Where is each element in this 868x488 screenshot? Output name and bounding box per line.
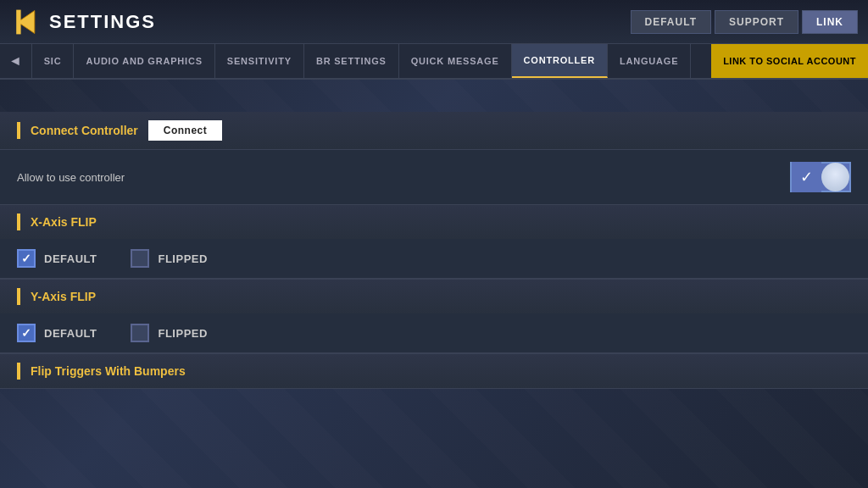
xaxis-default-option[interactable]: DEFAULT: [17, 249, 97, 268]
svg-rect-1: [16, 9, 20, 34]
section-bar: [17, 122, 20, 139]
yaxis-default-option[interactable]: DEFAULT: [17, 324, 97, 342]
yaxis-flip-header: Y-axis FLIP: [0, 280, 868, 313]
yaxis-flipped-checkbox[interactable]: [131, 324, 149, 342]
xaxis-flip-options: DEFAULT FLIPPED: [0, 239, 868, 279]
nav-tab-audio[interactable]: AUDIO AND GRAPHICS: [74, 44, 214, 78]
nav-tab-sic[interactable]: SIC: [32, 44, 75, 78]
content-area: Connect Controller Connect Allow to use …: [0, 112, 868, 389]
nav-tab-back[interactable]: ◄: [0, 44, 32, 78]
header-buttons: DEFAULT SUPPORT LINK: [631, 10, 858, 34]
xaxis-flipped-checkbox[interactable]: [131, 249, 149, 268]
flip-triggers-header: Flip Triggers with Bumpers: [0, 354, 868, 388]
yaxis-flip-title: Y-axis FLIP: [31, 290, 96, 303]
xaxis-default-checkbox[interactable]: [17, 249, 36, 268]
header-left: SETTINGS: [10, 7, 156, 37]
xaxis-flip-header: X-axis FLIP: [0, 205, 868, 239]
yaxis-flip-section: Y-axis FLIP DEFAULT FLIPPED: [0, 280, 868, 354]
section-bar-x: [17, 214, 20, 230]
yaxis-flipped-label: FLIPPED: [158, 327, 207, 340]
xaxis-flipped-option[interactable]: FLIPPED: [131, 249, 207, 268]
link-button[interactable]: LINK: [802, 10, 858, 34]
allow-controller-row: Allow to use controller ✓: [0, 150, 868, 205]
xaxis-flipped-label: FLIPPED: [158, 252, 207, 265]
xaxis-flip-section: X-axis FLIP DEFAULT FLIPPED: [0, 205, 868, 280]
allow-controller-label: Allow to use controller: [17, 171, 790, 184]
section-bar-triggers: [17, 363, 20, 380]
default-button[interactable]: DEFAULT: [631, 10, 711, 34]
nav-tab-br-settings[interactable]: BR SETTINGS: [304, 44, 399, 78]
flip-triggers-title: Flip Triggers with Bumpers: [31, 364, 186, 378]
nav-tab-quick-message[interactable]: QUICK MESSAGE: [399, 44, 512, 78]
yaxis-flipped-option[interactable]: FLIPPED: [131, 324, 207, 342]
toggle-knob: [821, 163, 849, 191]
page-title: SETTINGS: [49, 11, 156, 33]
nav-tab-sensitivity[interactable]: SENSITIVITY: [215, 44, 304, 78]
header: SETTINGS DEFAULT SUPPORT LINK: [0, 0, 868, 44]
allow-controller-toggle[interactable]: ✓: [790, 162, 851, 192]
section-bar-y: [17, 288, 20, 305]
toggle-check-icon: ✓: [792, 162, 821, 192]
nav-tab-controller[interactable]: CONTROLLER: [512, 44, 608, 78]
xaxis-flip-title: X-axis FLIP: [31, 215, 97, 229]
connect-controller-section: Connect Controller Connect: [0, 112, 868, 150]
back-arrow-icon[interactable]: [10, 7, 41, 37]
yaxis-default-checkbox[interactable]: [17, 324, 36, 342]
flip-triggers-section: Flip Triggers with Bumpers: [0, 354, 868, 389]
nav-tab-link-social[interactable]: LINK TO SOCIAL ACCOUNT: [711, 44, 868, 78]
xaxis-default-label: DEFAULT: [44, 252, 97, 265]
connect-button[interactable]: Connect: [148, 120, 223, 141]
nav-tabs: ◄ SIC AUDIO AND GRAPHICS SENSITIVITY BR …: [0, 44, 868, 80]
yaxis-flip-options: DEFAULT FLIPPED: [0, 313, 868, 353]
support-button[interactable]: SUPPORT: [715, 10, 798, 34]
connect-controller-title: Connect Controller: [31, 124, 138, 137]
connect-controller-header: Connect Controller Connect: [0, 112, 868, 149]
nav-tab-language[interactable]: LANGUAGE: [608, 44, 691, 78]
yaxis-default-label: DEFAULT: [44, 327, 97, 340]
